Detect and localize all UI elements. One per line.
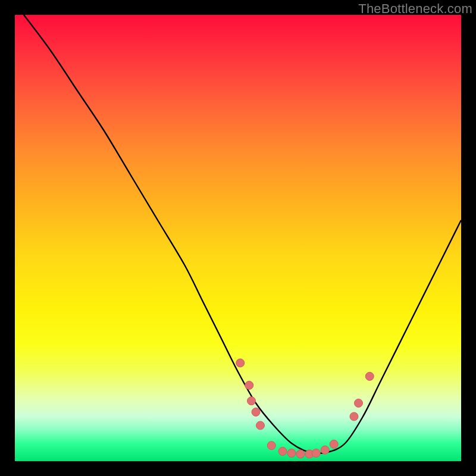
- data-point: [252, 408, 260, 416]
- data-point: [278, 447, 287, 456]
- data-point: [350, 412, 358, 421]
- data-point: [245, 381, 253, 390]
- bottleneck-curve-path: [24, 15, 461, 453]
- data-point: [330, 440, 338, 449]
- data-point: [248, 397, 256, 405]
- data-point: [256, 421, 265, 430]
- data-point: [355, 399, 363, 408]
- data-point: [287, 449, 296, 458]
- data-point: [296, 450, 305, 458]
- chart-frame: [15, 15, 461, 461]
- data-point: [236, 359, 245, 367]
- data-point: [321, 446, 329, 454]
- bottleneck-curve-svg: [15, 15, 461, 461]
- data-point: [365, 372, 374, 381]
- data-point: [312, 449, 320, 458]
- data-points-group: [236, 359, 374, 458]
- watermark-text: TheBottleneck.com: [358, 1, 472, 17]
- data-point: [267, 441, 275, 450]
